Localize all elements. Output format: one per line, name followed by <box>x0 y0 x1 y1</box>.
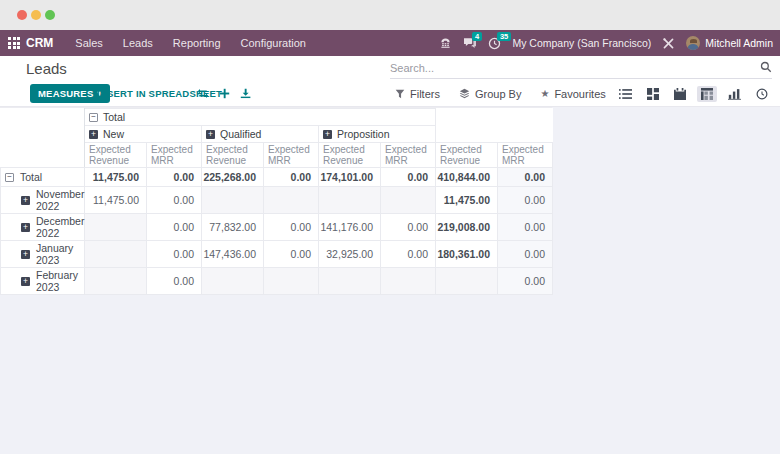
pivot-cell[interactable]: 0.00 <box>147 214 202 241</box>
measure-header[interactable]: Expected MRR <box>381 143 436 168</box>
group-by-button[interactable]: Group By <box>459 88 521 100</box>
pivot-cell[interactable]: 11,475.00 <box>436 187 498 214</box>
pivot-cell[interactable] <box>85 214 147 241</box>
activity-view-icon[interactable] <box>752 86 772 102</box>
calendar-view-icon[interactable] <box>670 86 690 102</box>
pivot-cell[interactable] <box>264 268 319 295</box>
list-view-icon[interactable] <box>615 86 636 102</box>
pivot-cell[interactable]: 141,176.00 <box>319 214 381 241</box>
search-bar <box>390 58 772 79</box>
col-header-total[interactable]: −Total <box>85 109 436 126</box>
close-window-button[interactable] <box>17 10 27 20</box>
messages-icon[interactable]: 4 <box>463 37 477 49</box>
pivot-cell[interactable] <box>202 268 264 295</box>
measure-header[interactable]: Expected Revenue <box>202 143 264 168</box>
pivot-cell[interactable]: 219,008.00 <box>436 214 498 241</box>
debug-tools-icon[interactable] <box>662 37 675 50</box>
row-header-total[interactable]: −Total <box>1 168 85 187</box>
expand-icon[interactable]: + <box>21 277 30 286</box>
row-header-month[interactable]: +November 2022 <box>1 187 85 214</box>
app-name[interactable]: CRM <box>26 36 53 50</box>
star-icon: ★ <box>540 88 549 99</box>
pivot-cell[interactable] <box>85 241 147 268</box>
pivot-cell[interactable]: 0.00 <box>498 187 553 214</box>
pivot-cell[interactable] <box>381 268 436 295</box>
measure-header[interactable]: Expected Revenue <box>85 143 147 168</box>
menu-sales[interactable]: Sales <box>65 30 113 56</box>
menu-configuration[interactable]: Configuration <box>231 30 316 56</box>
collapse-icon[interactable]: − <box>5 173 14 182</box>
pivot-cell[interactable]: 0.00 <box>264 214 319 241</box>
favourites-button[interactable]: ★ Favourites <box>540 88 605 100</box>
search-input[interactable] <box>390 62 760 74</box>
menu-leads[interactable]: Leads <box>113 30 163 56</box>
company-switcher[interactable]: My Company (San Francisco) <box>512 37 651 49</box>
expand-icon[interactable]: + <box>21 223 30 232</box>
download-xlsx-icon[interactable] <box>240 88 251 99</box>
pivot-cell[interactable]: 0.00 <box>381 214 436 241</box>
phone-icon[interactable] <box>439 37 452 49</box>
expand-icon[interactable]: + <box>206 130 215 139</box>
filters-button[interactable]: Filters <box>395 88 440 100</box>
expand-icon[interactable]: + <box>21 250 30 259</box>
row-header-month[interactable]: +January 2023 <box>1 241 85 268</box>
graph-view-icon[interactable] <box>724 86 745 102</box>
pivot-cell[interactable]: 174,101.00 <box>319 168 381 187</box>
pivot-cell[interactable]: 0.00 <box>498 268 553 295</box>
search-icon[interactable] <box>760 59 772 77</box>
col-header-new[interactable]: +New <box>85 126 202 143</box>
pivot-cell[interactable]: 0.00 <box>498 168 553 187</box>
col-header-proposition[interactable]: +Proposition <box>319 126 436 143</box>
minimize-window-button[interactable] <box>31 10 41 20</box>
row-header-month[interactable]: +December 2022 <box>1 214 85 241</box>
menu-reporting[interactable]: Reporting <box>163 30 231 56</box>
pivot-cell[interactable]: 0.00 <box>264 168 319 187</box>
pivot-blank-header <box>436 109 553 143</box>
measure-header[interactable]: Expected Revenue <box>436 143 498 168</box>
measure-header[interactable]: Expected MRR <box>264 143 319 168</box>
user-menu[interactable]: Mitchell Admin <box>686 36 773 50</box>
pivot-cell[interactable] <box>319 187 381 214</box>
pivot-cell[interactable]: 0.00 <box>147 168 202 187</box>
pivot-cell[interactable]: 410,844.00 <box>436 168 498 187</box>
pivot-cell[interactable] <box>85 268 147 295</box>
kanban-view-icon[interactable] <box>643 86 663 102</box>
pivot-cell[interactable] <box>381 187 436 214</box>
maximize-window-button[interactable] <box>45 10 55 20</box>
pivot-cell[interactable]: 0.00 <box>381 168 436 187</box>
expand-icon[interactable]: + <box>89 130 98 139</box>
pivot-cell[interactable]: 0.00 <box>264 241 319 268</box>
pivot-cell[interactable]: 77,832.00 <box>202 214 264 241</box>
pivot-cell[interactable]: 0.00 <box>147 241 202 268</box>
pivot-corner-cell <box>1 109 85 168</box>
pivot-cell[interactable]: 11,475.00 <box>85 187 147 214</box>
pivot-cell[interactable] <box>202 187 264 214</box>
pivot-cell[interactable]: 0.00 <box>147 268 202 295</box>
pivot-cell[interactable] <box>264 187 319 214</box>
pivot-cell[interactable]: 0.00 <box>498 214 553 241</box>
col-header-qualified[interactable]: +Qualified <box>202 126 319 143</box>
expand-icon[interactable]: + <box>21 196 30 205</box>
pivot-cell[interactable]: 147,436.00 <box>202 241 264 268</box>
activities-clock-icon[interactable]: 35 <box>488 37 501 50</box>
pivot-cell[interactable]: 0.00 <box>147 187 202 214</box>
measure-header[interactable]: Expected MRR <box>498 143 553 168</box>
expand-all-icon[interactable] <box>219 88 230 99</box>
avatar <box>686 36 700 50</box>
apps-menu-icon[interactable] <box>8 37 20 49</box>
pivot-cell[interactable]: 180,361.00 <box>436 241 498 268</box>
pivot-cell[interactable] <box>319 268 381 295</box>
expand-icon[interactable]: + <box>323 130 332 139</box>
measure-header[interactable]: Expected MRR <box>147 143 202 168</box>
collapse-icon[interactable]: − <box>89 113 98 122</box>
pivot-cell[interactable] <box>436 268 498 295</box>
pivot-cell[interactable]: 0.00 <box>381 241 436 268</box>
row-header-month[interactable]: +February 2023 <box>1 268 85 295</box>
pivot-cell[interactable]: 225,268.00 <box>202 168 264 187</box>
flip-axis-icon[interactable] <box>197 88 209 99</box>
pivot-view-icon[interactable] <box>697 86 717 102</box>
pivot-cell[interactable]: 32,925.00 <box>319 241 381 268</box>
pivot-cell[interactable]: 0.00 <box>498 241 553 268</box>
pivot-cell[interactable]: 11,475.00 <box>85 168 147 187</box>
measure-header[interactable]: Expected Revenue <box>319 143 381 168</box>
